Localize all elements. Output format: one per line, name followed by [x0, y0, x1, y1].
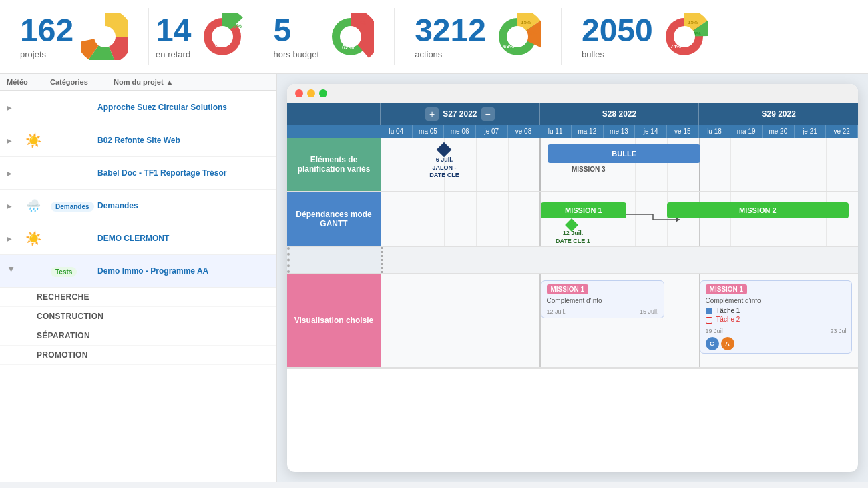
- window-dot-green[interactable]: [319, 89, 327, 97]
- expand-arrow-2[interactable]: ▶: [7, 137, 16, 144]
- late-pie: 13% 88%: [199, 13, 246, 60]
- stat-actions[interactable]: 3212 actions 15% 16% 69%: [395, 8, 562, 65]
- window-dot-yellow[interactable]: [307, 89, 315, 97]
- day-ve08: ve 08: [508, 125, 540, 138]
- stat-late-label: en retard: [156, 49, 191, 59]
- day-ma05: ma 05: [413, 125, 445, 138]
- project-row-5[interactable]: ▶ ☀️ DEMO CLERMONT: [0, 222, 276, 255]
- gantt-week-29: S29 2022: [699, 103, 858, 125]
- bulle-bar[interactable]: BULLE: [548, 144, 700, 163]
- project-name-1[interactable]: Approche Suez Circular Solutions: [97, 103, 270, 112]
- project-name-5[interactable]: DEMO CLERMONT: [97, 234, 270, 243]
- svg-point-14: [340, 26, 361, 47]
- col-meteo: Météo: [7, 78, 43, 86]
- project-row-6[interactable]: ▶ Tests Demo Immo - Programme AA: [0, 255, 276, 288]
- sub-item-recherche[interactable]: RECHERCHE: [0, 288, 276, 307]
- avatar-1: G: [706, 337, 719, 350]
- gantt-row-2: Dépendances mode GANTT: [287, 192, 858, 247]
- project-row-2[interactable]: ▶ ☀️ B02 Refonte Site Web: [0, 124, 276, 157]
- mission1-card-right[interactable]: MISSION 1 Complément d'info Tâche 1 Tâch…: [700, 280, 853, 354]
- stat-budget-number: 5: [273, 15, 319, 47]
- stat-late[interactable]: 14 en retard 13% 88%: [149, 8, 266, 65]
- project-name-4[interactable]: Demandes: [97, 201, 270, 210]
- stat-late-number: 14: [156, 15, 191, 47]
- card2-date-end: 23 Jul: [830, 328, 846, 334]
- gantt-label-spacer: [287, 103, 381, 125]
- weather-4: 🌧️: [23, 195, 44, 216]
- expand-arrow-4[interactable]: ▶: [7, 202, 16, 210]
- week-27-label: S27 2022: [443, 109, 477, 119]
- connector-row-content: [381, 247, 858, 273]
- stat-projects-number: 162: [20, 15, 73, 47]
- gantt-row-2-label: Dépendances mode GANTT: [287, 192, 381, 246]
- project-row-1[interactable]: ▶ Approche Suez Circular Solutions: [0, 91, 276, 124]
- sub-item-promotion[interactable]: PROMOTION: [0, 346, 276, 365]
- milestone-date-cle1[interactable]: [567, 220, 576, 230]
- day-ve22: ve 22: [826, 125, 858, 138]
- stat-bulles-number: 2050: [582, 15, 653, 47]
- mission2-bar[interactable]: MISSION 2: [667, 202, 849, 218]
- card2-complement: Complément d'info: [706, 297, 847, 304]
- gantt-week-27: + S27 2022 −: [381, 103, 540, 125]
- project-row-3[interactable]: ▶ Babel Doc - TF1 Reportage Trésor: [0, 157, 276, 190]
- svg-point-9: [212, 26, 233, 47]
- week-28-label: S28 2022: [602, 109, 636, 119]
- weather-6: [23, 260, 44, 282]
- weather-5: ☀️: [23, 228, 44, 249]
- day-me20: me 20: [763, 125, 795, 138]
- card1-date-start: 12 Juil.: [547, 308, 566, 315]
- svg-point-21: [507, 26, 528, 47]
- day-je14: je 14: [635, 125, 667, 138]
- col-categories: Catégories: [50, 78, 107, 86]
- mission1-bar[interactable]: MISSION 1: [541, 202, 627, 218]
- day-ma12: ma 12: [572, 125, 604, 138]
- stat-budget[interactable]: 5 hors budget 38% 62%: [266, 8, 395, 65]
- main-content: Météo Catégories Nom du projet ▲ ▶ Appro…: [0, 74, 868, 482]
- expand-arrow-5[interactable]: ▶: [7, 235, 16, 242]
- stat-projects-label: projets: [20, 49, 73, 59]
- category-4: Demandes: [51, 201, 91, 211]
- svg-text:13%: 13%: [230, 23, 242, 29]
- days-spacer: [287, 125, 381, 138]
- stat-projects[interactable]: 162 projets: [13, 8, 149, 65]
- day-lu04: lu 04: [381, 125, 413, 138]
- svg-point-28: [674, 26, 695, 47]
- day-lu18: lu 18: [699, 125, 731, 138]
- weather-2: ☀️: [23, 130, 44, 151]
- expand-arrow-1[interactable]: ▶: [7, 104, 16, 111]
- mission1-card-left[interactable]: MISSION 1 Complément d'info 12 Juil. 15 …: [541, 280, 665, 318]
- card2-task1: Tâche 1: [706, 307, 847, 314]
- avatar-2: A: [721, 337, 734, 350]
- stat-actions-number: 3212: [415, 15, 486, 47]
- project-row-4[interactable]: ▶ 🌧️ Demandes Demandes: [0, 190, 276, 222]
- week-prev-btn[interactable]: +: [425, 107, 439, 121]
- budget-pie: 38% 62%: [327, 13, 374, 60]
- svg-text:15%: 15%: [521, 19, 531, 25]
- expand-arrow-3[interactable]: ▶: [7, 170, 16, 177]
- sub-item-construction[interactable]: CONSTRUCTION: [0, 307, 276, 326]
- day-ma19: ma 19: [730, 125, 763, 138]
- window-dot-red[interactable]: [295, 89, 303, 97]
- milestone-jalon[interactable]: [439, 144, 449, 155]
- project-name-3[interactable]: Babel Doc - TF1 Reportage Trésor: [97, 168, 270, 178]
- stat-bulles[interactable]: 2050 bulles 15% 9% 74%: [562, 8, 728, 65]
- card1-title: MISSION 1: [547, 284, 589, 294]
- project-name-6[interactable]: Demo Immo - Programme AA: [97, 266, 270, 276]
- day-je21: je 21: [795, 125, 827, 138]
- day-ve15: ve 15: [667, 125, 699, 138]
- expand-arrow-6[interactable]: ▶: [8, 266, 15, 276]
- gantt-row-1-content: 6 Juil.JALON -DATE CLE BULLE MISSION 3: [381, 138, 858, 191]
- badge-tests: Tests: [51, 267, 77, 277]
- connector-row-spacer: [287, 247, 381, 273]
- col-name-label: Nom du projet: [114, 78, 164, 86]
- gantt-days-row: lu 04 ma 05 me 06 je 07 ve 08 lu 11 ma 1…: [381, 125, 858, 138]
- card1-dates: 12 Juil. 15 Juil.: [547, 308, 659, 315]
- badge-demandes: Demandes: [51, 202, 94, 212]
- project-name-2[interactable]: B02 Refonte Site Web: [97, 136, 270, 145]
- sub-item-separation[interactable]: Séparation: [0, 326, 276, 346]
- card2-dates: 19 Juil 23 Jul: [706, 328, 847, 334]
- day-me06: me 06: [444, 125, 476, 138]
- week-next-btn[interactable]: −: [481, 107, 495, 121]
- gantt-week-28: S28 2022: [540, 103, 700, 125]
- category-6: Tests: [51, 266, 91, 276]
